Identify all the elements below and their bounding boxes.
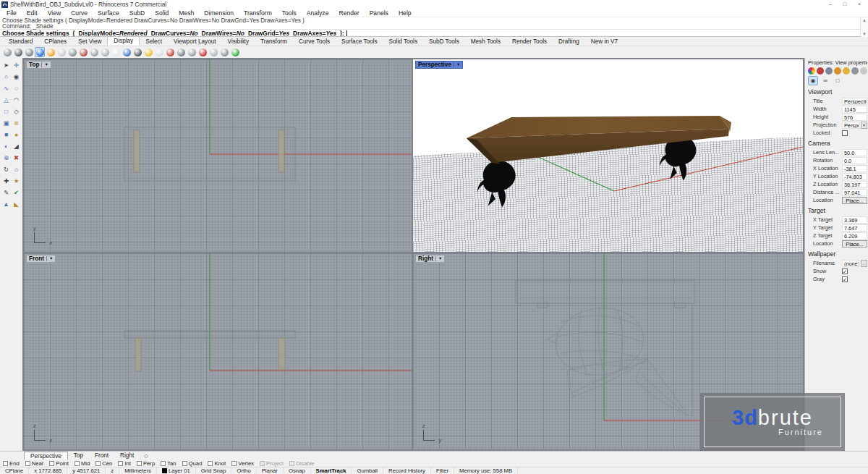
status-toggle-planar[interactable]: Planar xyxy=(257,467,284,474)
checkbox[interactable] xyxy=(95,461,101,466)
link-icon[interactable]: ∞ xyxy=(820,76,830,85)
command-option-drawgrid[interactable]: DrawGrid=Yes xyxy=(248,30,289,37)
chevron-down-icon[interactable]: ▼ xyxy=(438,257,442,261)
property-value-field[interactable]: 6.209 xyxy=(842,232,867,240)
command-option-displaymode[interactable]: DisplayMode=Rendered xyxy=(78,30,147,37)
toolbar-tab-solid-tools[interactable]: Solid Tools xyxy=(383,38,423,46)
ground-plane-icon[interactable] xyxy=(165,47,175,57)
render-preview-icon[interactable] xyxy=(122,47,132,57)
join-tool-icon[interactable]: ⊕ xyxy=(1,153,11,162)
viewport-top-label[interactable]: Top ▼ xyxy=(26,61,51,69)
fillet-tool-icon[interactable]: ◢ xyxy=(12,141,21,151)
panel-options-icon[interactable] xyxy=(860,67,867,75)
toolbar-tab-cplanes[interactable]: CPlanes xyxy=(38,38,72,46)
rectangle-tool-icon[interactable]: □ xyxy=(1,106,11,116)
chevron-down-icon[interactable]: ▼ xyxy=(456,63,460,67)
close-button[interactable]: × xyxy=(852,0,867,9)
capture-viewport-icon[interactable] xyxy=(219,47,229,57)
toolbar-tab-transform[interactable]: Transform xyxy=(255,38,293,46)
command-option-drawcurves[interactable]: DrawCurves=No xyxy=(151,30,198,37)
gumball-tool-icon[interactable]: ⌂ xyxy=(12,164,21,174)
viewport-tab-perspective[interactable]: Perspective xyxy=(24,452,68,460)
raytraced-viewport-icon[interactable] xyxy=(46,47,56,57)
osnap-point[interactable]: Point xyxy=(49,460,69,467)
place-button[interactable]: Place... xyxy=(842,197,867,204)
toolbar-tab-new-in-v7[interactable]: New in V7 xyxy=(585,38,624,46)
viewport-right-label[interactable]: Right ▼ xyxy=(415,255,445,263)
menu-item-help[interactable]: Help xyxy=(393,9,417,17)
checkbox[interactable] xyxy=(289,461,294,466)
backdrop-icon[interactable] xyxy=(187,47,197,57)
command-scrollbar[interactable]: ▲ ▼ xyxy=(860,17,868,37)
viewport-tab-top[interactable]: Top xyxy=(68,452,89,460)
viewport-front-canvas[interactable] xyxy=(24,253,412,449)
checkbox[interactable] xyxy=(161,461,166,466)
dropdown-arrow-icon[interactable]: ▼ xyxy=(861,122,867,129)
camera-icon[interactable]: ◉ xyxy=(808,76,818,85)
check-tool-icon[interactable]: ✔ xyxy=(12,187,21,197)
toolbar-tab-visibility[interactable]: Visibility xyxy=(222,38,255,46)
lasso-select-tool-icon[interactable]: ✛ xyxy=(12,60,21,69)
ghosted-viewport-icon[interactable] xyxy=(56,47,67,57)
osnap-mid[interactable]: Mid xyxy=(75,460,90,467)
display-mode-icon[interactable] xyxy=(825,67,833,75)
chevron-down-icon[interactable]: ▼ xyxy=(49,257,53,261)
status-toggle-smarttrack[interactable]: SmartTrack xyxy=(311,467,352,474)
checkbox[interactable] xyxy=(118,461,123,466)
status-pane-y-4517-621[interactable]: y 4517.621 xyxy=(67,467,106,474)
pencil-icon[interactable] xyxy=(834,67,841,75)
checkbox[interactable] xyxy=(75,461,80,466)
viewport-front-label[interactable]: Front ▼ xyxy=(26,255,56,263)
place-button[interactable]: Place... xyxy=(842,240,867,247)
surface-tool-icon[interactable]: ▣ xyxy=(1,118,11,127)
arc-tool-icon[interactable]: ◠ xyxy=(12,95,21,104)
skylight-toggle-icon[interactable] xyxy=(154,47,164,57)
status-toggle-filter[interactable]: Filter xyxy=(431,467,454,474)
osnap-vertex[interactable]: Vertex xyxy=(231,460,254,467)
status-pane-cplane[interactable]: CPlane xyxy=(0,467,29,474)
viewport-tab-front[interactable]: Front xyxy=(89,452,114,460)
viewport-perspective-label[interactable]: Perspective ▼ xyxy=(415,61,463,69)
toolbar-tab-mesh-tools[interactable]: Mesh Tools xyxy=(465,38,506,46)
pen-viewport-icon[interactable] xyxy=(100,47,110,57)
osnap-quad[interactable]: Quad xyxy=(182,460,203,467)
chevron-down-icon[interactable]: ▼ xyxy=(44,63,48,67)
artistic-viewport-icon[interactable] xyxy=(89,47,99,57)
material-icon[interactable] xyxy=(817,67,824,75)
status-toggle-gumball[interactable]: Gumball xyxy=(352,467,383,474)
browse-button[interactable]: ... xyxy=(861,260,867,267)
menu-item-file[interactable]: File xyxy=(1,9,22,17)
control-points-tool-icon[interactable]: ○ xyxy=(1,72,11,81)
property-value-field[interactable]: Perspective xyxy=(842,98,867,105)
wallpaper-frame-icon[interactable]: □ xyxy=(833,76,843,85)
status-toggle-grid-snap[interactable]: Grid Snap xyxy=(196,467,232,474)
toolbar-tab-drafting[interactable]: Drafting xyxy=(553,38,585,46)
checkbox[interactable] xyxy=(260,461,265,466)
xray-viewport-icon[interactable] xyxy=(67,47,77,57)
property-value-field[interactable]: 50.0 xyxy=(842,149,867,156)
pan-view-icon[interactable] xyxy=(2,47,12,57)
command-option-drawwires[interactable]: DrawWires=No xyxy=(202,30,244,37)
checkbox[interactable] xyxy=(208,461,213,466)
status-pane-z[interactable]: z xyxy=(106,467,119,474)
property-value-field[interactable]: 7.647 xyxy=(842,224,867,232)
osnap-end[interactable]: End xyxy=(3,460,20,467)
polygon-tool-icon[interactable]: ◇ xyxy=(12,106,21,116)
curve-tool-icon[interactable]: ∿ xyxy=(1,83,11,93)
annotate-tool-icon[interactable]: ✎ xyxy=(1,187,11,197)
osnap-disable[interactable]: Disable xyxy=(289,460,315,467)
subd-tool-icon[interactable]: ◣ xyxy=(12,199,21,208)
checkbox[interactable] xyxy=(137,461,142,466)
menu-item-solid[interactable]: Solid xyxy=(150,9,174,17)
rotate-tool-icon[interactable]: ↻ xyxy=(1,164,11,174)
menu-item-transform[interactable]: Transform xyxy=(239,9,277,17)
checkbox[interactable] xyxy=(3,461,8,466)
property-value-field[interactable]: 3.369 xyxy=(842,216,867,224)
checkbox[interactable] xyxy=(49,461,54,466)
folder-icon[interactable] xyxy=(843,67,850,75)
wireframe-viewport-icon[interactable] xyxy=(13,47,23,57)
menu-item-panels[interactable]: Panels xyxy=(365,9,393,17)
menu-item-render[interactable]: Render xyxy=(333,9,364,17)
property-value-field[interactable]: 36.197 xyxy=(842,181,867,188)
osnap-knot[interactable]: Knot xyxy=(208,460,226,467)
